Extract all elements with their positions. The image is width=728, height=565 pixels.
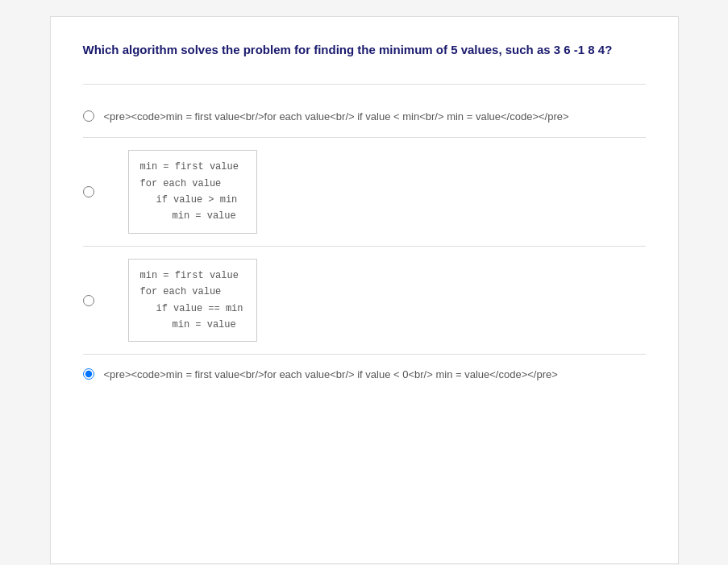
option-b-radio[interactable] (83, 186, 94, 197)
option-a-radio-wrap[interactable] (83, 110, 94, 125)
option-b-row: min = first value for each value if valu… (83, 138, 646, 247)
option-c-line2: for each value (140, 284, 245, 300)
option-a-content: <pre><code>min = first value<br/>for eac… (104, 109, 646, 126)
option-a-radio[interactable] (83, 110, 94, 122)
option-d-radio[interactable] (83, 368, 94, 380)
option-c-radio[interactable] (83, 295, 94, 306)
option-c-line1: min = first value (140, 268, 245, 284)
option-b-radio-wrap[interactable] (83, 186, 94, 201)
option-d-content: <pre><code>min = first value<br/>for eac… (104, 367, 646, 384)
page-container: Which algorithm solves the problem for f… (50, 16, 679, 564)
option-b-line3: if value > min (140, 192, 245, 208)
option-c-line4: min = value (140, 317, 245, 333)
option-b-content: min = first value for each value if valu… (104, 150, 646, 234)
option-c-line3: if value == min (140, 301, 245, 317)
option-b-line2: for each value (140, 176, 245, 192)
option-d-radio-wrap[interactable] (83, 368, 94, 383)
option-b-line1: min = first value (140, 159, 245, 175)
option-c-radio-wrap[interactable] (83, 295, 94, 310)
option-c-row: min = first value for each value if valu… (83, 247, 646, 355)
option-b-line4: min = value (140, 208, 245, 224)
option-a-text: <pre><code>min = first value<br/>for eac… (104, 110, 569, 123)
divider-top (83, 84, 646, 85)
option-b-code-block: min = first value for each value if valu… (128, 150, 257, 234)
option-a-row: <pre><code>min = first value<br/>for eac… (83, 97, 646, 139)
question-text: Which algorithm solves the problem for f… (83, 41, 646, 60)
option-c-code-block: min = first value for each value if valu… (128, 259, 257, 343)
option-d-text: <pre><code>min = first value<br/>for eac… (104, 368, 558, 380)
option-d-row: <pre><code>min = first value<br/>for eac… (83, 355, 646, 396)
option-c-content: min = first value for each value if valu… (104, 259, 646, 343)
